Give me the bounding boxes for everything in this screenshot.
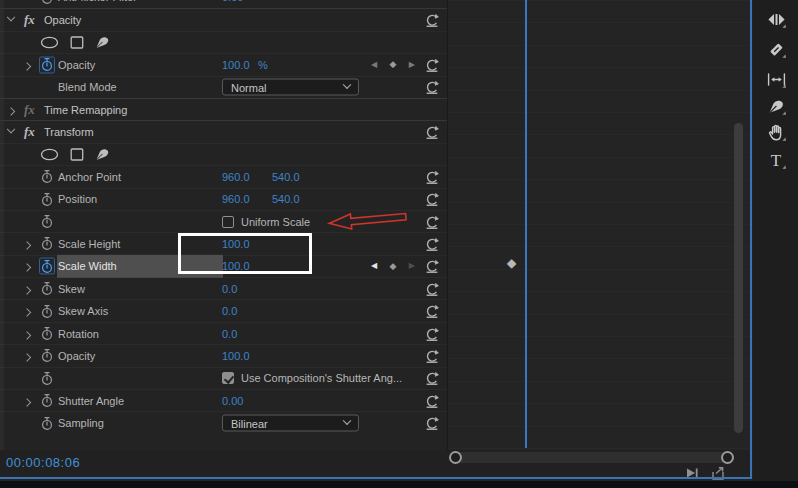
- row-skew-axis: Skew Axis 0.0: [0, 299, 447, 321]
- expand-chevron-icon[interactable]: [24, 308, 30, 314]
- reset-icon[interactable]: [425, 349, 439, 363]
- row-use-comp-shutter: Use Composition's Shutter Ang...: [0, 367, 447, 389]
- param-value[interactable]: 0.00: [222, 395, 243, 407]
- chevron-down-icon: [343, 416, 351, 424]
- reset-icon[interactable]: [425, 259, 439, 273]
- pen-tool[interactable]: [765, 95, 787, 117]
- expand-chevron-icon[interactable]: [24, 398, 30, 404]
- stopwatch-icon[interactable]: [39, 325, 55, 342]
- annotation-highlight-box: [178, 233, 312, 274]
- track-select-tool[interactable]: [765, 8, 787, 30]
- pen-mask-icon[interactable]: [95, 35, 110, 49]
- param-value-y[interactable]: 540.0: [272, 193, 300, 205]
- param-value[interactable]: 100.0: [222, 59, 250, 71]
- dropdown-value: Bilinear: [231, 417, 268, 429]
- param-value[interactable]: 0.00: [222, 0, 243, 3]
- param-label[interactable]: Scale Width: [58, 260, 117, 272]
- row-shutter-angle: Shutter Angle 0.00: [0, 389, 447, 411]
- param-value[interactable]: 0.0: [222, 328, 237, 340]
- previous-keyframe-icon[interactable]: ◀: [371, 61, 377, 69]
- effects-timeline-pane[interactable]: ◆: [447, 0, 751, 450]
- reset-icon[interactable]: [425, 170, 439, 184]
- playhead[interactable]: [525, 0, 527, 448]
- reset-icon[interactable]: [425, 371, 439, 385]
- row-transform-header[interactable]: fx Transform: [0, 120, 447, 142]
- param-value[interactable]: 0.0: [222, 283, 237, 295]
- reset-icon[interactable]: [425, 215, 439, 229]
- reset-icon[interactable]: [425, 125, 439, 139]
- param-value-x[interactable]: 960.0: [222, 193, 250, 205]
- expand-chevron-icon[interactable]: [24, 241, 30, 247]
- reset-icon[interactable]: [425, 282, 439, 296]
- tools-panel: T: [753, 0, 798, 481]
- previous-keyframe-icon[interactable]: ◀: [371, 262, 377, 270]
- rect-mask-icon[interactable]: [70, 36, 84, 49]
- row-time-remapping-header[interactable]: fx Time Remapping: [0, 98, 447, 120]
- sampling-dropdown[interactable]: Bilinear: [222, 415, 359, 432]
- param-label: Position: [58, 193, 97, 205]
- expand-chevron-icon[interactable]: [24, 286, 30, 292]
- stopwatch-icon[interactable]: [39, 56, 55, 73]
- razor-tool[interactable]: [765, 38, 787, 60]
- zoom-handle-left-icon[interactable]: [449, 451, 462, 464]
- ellipse-mask-icon[interactable]: [40, 148, 59, 161]
- row-rotation: Rotation 0.0: [0, 322, 447, 344]
- checkbox-label[interactable]: Uniform Scale: [241, 216, 310, 228]
- use-comp-shutter-checkbox[interactable]: [222, 372, 234, 384]
- add-keyframe-icon[interactable]: ◆: [390, 262, 397, 271]
- stopwatch-icon[interactable]: [39, 303, 55, 320]
- stopwatch-icon[interactable]: [39, 370, 55, 387]
- row-transform-masks: [0, 143, 447, 165]
- reset-icon[interactable]: [425, 327, 439, 341]
- reset-icon[interactable]: [425, 304, 439, 318]
- hand-tool[interactable]: [765, 121, 787, 143]
- stopwatch-icon[interactable]: [39, 168, 55, 185]
- stopwatch-icon[interactable]: [39, 191, 55, 208]
- reset-icon[interactable]: [425, 13, 439, 27]
- next-keyframe-icon[interactable]: ▶: [409, 262, 415, 270]
- type-tool[interactable]: T: [765, 149, 787, 171]
- stopwatch-icon[interactable]: [39, 258, 55, 275]
- keyframe-diamond[interactable]: ◆: [507, 256, 516, 270]
- stopwatch-icon[interactable]: [39, 280, 55, 297]
- expand-chevron-icon[interactable]: [24, 62, 30, 68]
- vertical-scrollbar[interactable]: [734, 123, 743, 433]
- stopwatch-icon[interactable]: [39, 415, 55, 432]
- collapse-chevron-icon[interactable]: [8, 17, 14, 23]
- checkbox-label[interactable]: Use Composition's Shutter Ang...: [241, 372, 402, 384]
- stopwatch-icon[interactable]: [39, 235, 55, 252]
- reset-icon[interactable]: [425, 237, 439, 251]
- expand-chevron-icon[interactable]: [8, 107, 14, 113]
- reset-icon[interactable]: [425, 80, 439, 94]
- ellipse-mask-icon[interactable]: [40, 36, 59, 49]
- param-value[interactable]: 100.0: [222, 350, 250, 362]
- param-value-y[interactable]: 540.0: [272, 171, 300, 183]
- expand-chevron-icon[interactable]: [24, 353, 30, 359]
- current-timecode[interactable]: 00:00:08:06: [6, 455, 80, 470]
- blend-mode-dropdown[interactable]: Normal: [222, 79, 359, 96]
- param-value-x[interactable]: 960.0: [222, 171, 250, 183]
- slip-tool[interactable]: [765, 68, 787, 90]
- reset-icon[interactable]: [425, 394, 439, 408]
- reset-icon[interactable]: [425, 416, 439, 430]
- reset-icon[interactable]: [425, 192, 439, 206]
- stopwatch-icon[interactable]: [39, 0, 55, 6]
- row-opacity-header[interactable]: fx Opacity: [0, 8, 447, 30]
- tool-flyout-icon: [782, 54, 785, 57]
- collapse-chevron-icon[interactable]: [8, 129, 14, 135]
- param-value[interactable]: 0.0: [222, 305, 237, 317]
- stopwatch-icon[interactable]: [39, 347, 55, 364]
- add-keyframe-icon[interactable]: ◆: [390, 60, 397, 69]
- expand-chevron-icon[interactable]: [24, 263, 30, 269]
- rect-mask-icon[interactable]: [70, 148, 84, 161]
- pen-mask-icon[interactable]: [95, 147, 110, 161]
- expand-chevron-icon[interactable]: [24, 331, 30, 337]
- stopwatch-icon[interactable]: [39, 392, 55, 409]
- reset-icon[interactable]: [425, 58, 439, 72]
- uniform-scale-checkbox[interactable]: [222, 216, 234, 228]
- timeline-zoom-scrollbar[interactable]: [451, 452, 732, 463]
- param-label: Opacity: [58, 59, 95, 71]
- zoom-handle-right-icon[interactable]: [721, 451, 734, 464]
- next-keyframe-icon[interactable]: ▶: [409, 61, 415, 69]
- stopwatch-icon[interactable]: [39, 213, 55, 230]
